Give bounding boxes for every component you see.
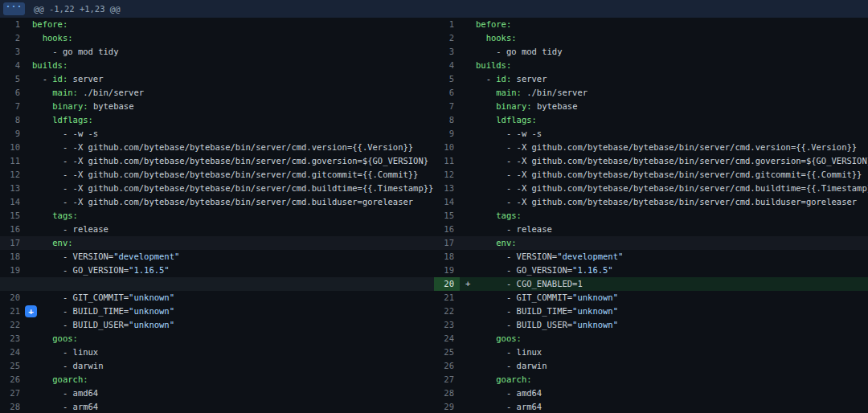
diff-row: 26 goarch:27 goarch:: [0, 373, 868, 386]
left-line-number[interactable]: 2: [0, 31, 26, 45]
left-line-number[interactable]: 20: [0, 291, 26, 305]
right-line-number[interactable]: 20: [434, 277, 460, 291]
code-text: - release: [32, 224, 108, 234]
right-line-number[interactable]: 7: [434, 100, 460, 113]
right-line-number[interactable]: 10: [434, 141, 460, 154]
code-text: - -X github.com/bytebase/bytebase/bin/se…: [32, 197, 413, 206]
right-line-number[interactable]: 23: [434, 318, 460, 332]
left-line-number[interactable]: 9: [0, 127, 26, 141]
code-text: - BUILD_USER=: [476, 320, 572, 329]
left-line-number[interactable]: 13: [0, 182, 26, 195]
right-line-number[interactable]: 21: [434, 291, 460, 305]
code-text: - VERSION=: [476, 251, 557, 261]
code-text: [476, 238, 496, 247]
left-line-number[interactable]: 14: [0, 195, 26, 209]
left-line-number[interactable]: 24: [0, 346, 26, 359]
right-line-number[interactable]: 12: [434, 168, 460, 182]
yaml-string: "1.16.5": [129, 265, 170, 275]
diff-row: 2 hooks:2 hooks:: [0, 31, 868, 45]
right-line-number[interactable]: 19: [434, 264, 460, 277]
right-line-number[interactable]: 2: [434, 31, 460, 45]
right-line-number[interactable]: 16: [434, 223, 460, 236]
left-line-number[interactable]: 26: [0, 373, 26, 386]
code-text: [476, 374, 496, 384]
diff-row: 15 tags:15 tags:: [0, 209, 868, 223]
code-text: - -X github.com/bytebase/bytebase/bin/se…: [32, 156, 428, 166]
left-code-line: env:: [26, 236, 434, 250]
right-line-number[interactable]: 1: [434, 18, 460, 31]
right-line-number[interactable]: 26: [434, 359, 460, 373]
left-line-number[interactable]: 18: [0, 250, 26, 264]
right-code-line: tags:: [460, 209, 868, 223]
right-line-number[interactable]: 5: [434, 72, 460, 86]
left-code-line: - -X github.com/bytebase/bytebase/bin/se…: [26, 168, 434, 182]
left-line-number[interactable]: 10: [0, 141, 26, 154]
left-line-number[interactable]: 12: [0, 168, 26, 182]
diff-row: 25 - darwin26 - darwin: [0, 359, 868, 373]
right-line-number[interactable]: 25: [434, 346, 460, 359]
code-text: - go mod tidy: [32, 47, 118, 56]
right-line-number[interactable]: 15: [434, 209, 460, 223]
diff-row: 19 - GO_VERSION="1.16.5"19 - GO_VERSION=…: [0, 264, 868, 277]
right-line-number[interactable]: 13: [434, 182, 460, 195]
right-line-number[interactable]: 22: [434, 305, 460, 318]
right-line-number[interactable]: 4: [434, 59, 460, 72]
diff-row: 4builds:4builds:: [0, 59, 868, 72]
right-line-number[interactable]: 29: [434, 400, 460, 413]
left-code-line: - BUILD_USER="unknown": [26, 318, 434, 332]
right-line-number[interactable]: 27: [434, 373, 460, 386]
right-line-number[interactable]: 11: [434, 154, 460, 168]
code-text: -: [476, 74, 496, 84]
code-text: - -X github.com/bytebase/bytebase/bin/se…: [476, 197, 857, 206]
diff-row: 14 - -X github.com/bytebase/bytebase/bin…: [0, 195, 868, 209]
left-line-number[interactable]: 28: [0, 400, 26, 413]
code-text: - GIT_COMMIT=: [32, 292, 129, 302]
left-line-number[interactable]: 11: [0, 154, 26, 168]
code-text: ./bin/server: [78, 88, 144, 97]
code-text: - BUILD_TIME=: [32, 306, 129, 316]
right-line-number[interactable]: 18: [434, 250, 460, 264]
left-line-number[interactable]: 3: [0, 45, 26, 59]
expand-diff-button[interactable]: ···: [3, 2, 25, 15]
yaml-string: "development": [113, 251, 179, 261]
diff-row: 16 - release16 - release: [0, 223, 868, 236]
right-line-number[interactable]: 3: [434, 45, 460, 59]
right-line-number[interactable]: 24: [434, 332, 460, 346]
right-line-number[interactable]: 14: [434, 195, 460, 209]
yaml-key: goos:: [52, 333, 78, 343]
right-line-number[interactable]: 28: [434, 386, 460, 400]
code-text: server: [511, 74, 547, 84]
diff-row: 12 - -X github.com/bytebase/bytebase/bin…: [0, 168, 868, 182]
code-text: - -w -s: [476, 129, 542, 138]
left-code-line: - amd64: [26, 386, 434, 400]
right-line-number[interactable]: 9: [434, 127, 460, 141]
left-line-number[interactable]: 21+: [0, 305, 26, 318]
right-line-number[interactable]: 17: [434, 236, 460, 250]
left-line-number[interactable]: 1: [0, 18, 26, 31]
code-text: - GO_VERSION=: [476, 265, 572, 275]
left-line-number[interactable]: 7: [0, 100, 26, 113]
left-line-number[interactable]: 27: [0, 386, 26, 400]
left-line-number[interactable]: 5: [0, 72, 26, 86]
left-line-number[interactable]: 19: [0, 264, 26, 277]
left-line-number[interactable]: 4: [0, 59, 26, 72]
right-code-line: env:: [460, 236, 868, 250]
right-code-line: - GO_VERSION="1.16.5": [460, 264, 868, 277]
left-line-number[interactable]: 25: [0, 359, 26, 373]
yaml-string: "1.16.5": [572, 265, 613, 275]
left-line-number[interactable]: 6: [0, 86, 26, 100]
left-line-number[interactable]: 8: [0, 113, 26, 127]
right-line-number[interactable]: 8: [434, 113, 460, 127]
left-line-number[interactable]: 15: [0, 209, 26, 223]
left-line-number[interactable]: 22: [0, 318, 26, 332]
right-code-line: - release: [460, 223, 868, 236]
code-text: - -X github.com/bytebase/bytebase/bin/se…: [476, 156, 868, 166]
add-comment-button[interactable]: +: [25, 305, 37, 317]
left-line-number[interactable]: 17: [0, 236, 26, 250]
yaml-key: id:: [496, 74, 511, 84]
split-diff-view: ··· @@ -1,22 +1,23 @@ 1before:1before:2 …: [0, 0, 868, 413]
left-line-number[interactable]: 23: [0, 332, 26, 346]
code-text: [32, 115, 52, 125]
left-line-number[interactable]: 16: [0, 223, 26, 236]
right-line-number[interactable]: 6: [434, 86, 460, 100]
